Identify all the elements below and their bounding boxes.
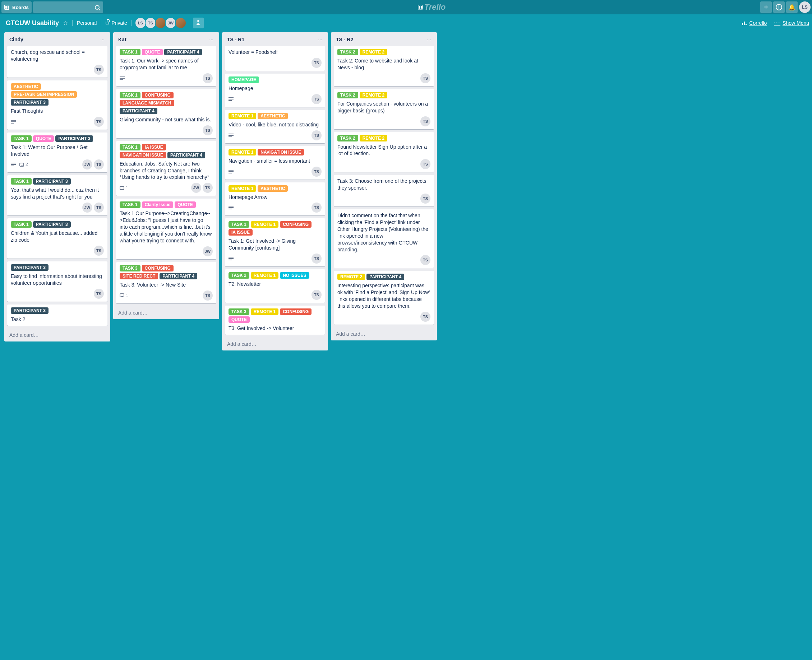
card-member-avatar[interactable]: TS xyxy=(94,203,104,213)
card[interactable]: TASK 3CONFUSINGSITE REDIRECTPARTICIPANT … xyxy=(116,262,216,303)
card-label[interactable]: NAVIGATION ISSUE xyxy=(257,149,304,155)
card-label[interactable]: REMOTE 1 xyxy=(251,308,278,315)
boards-button[interactable]: Boards xyxy=(2,2,32,13)
add-card-button[interactable]: Add a card… xyxy=(331,328,437,340)
invite-button[interactable] xyxy=(193,17,204,29)
card-label[interactable]: TASK 2 xyxy=(337,49,358,55)
card-label[interactable]: IA ISSUE xyxy=(229,229,253,236)
card-label[interactable]: REMOTE 1 xyxy=(229,185,256,192)
card-label[interactable]: QUOTE xyxy=(142,49,163,55)
card-member-avatar[interactable]: TS xyxy=(311,130,321,140)
list-menu-button[interactable]: ··· xyxy=(316,36,324,43)
card-label[interactable]: REMOTE 1 xyxy=(229,113,256,119)
search-input[interactable] xyxy=(33,2,103,13)
card-label[interactable]: TASK 1 xyxy=(120,201,140,208)
list-title[interactable]: Cindy xyxy=(10,36,99,42)
card-member-avatar[interactable]: TS xyxy=(203,290,213,301)
card-label[interactable]: Clarity Issue xyxy=(142,201,173,208)
card-label[interactable]: PRE-TASK GEN IMPRESSION xyxy=(11,91,77,98)
card-member-avatar[interactable]: TS xyxy=(311,167,321,177)
card-member-avatar[interactable]: JW xyxy=(191,183,201,193)
card-member-avatar[interactable]: TS xyxy=(420,116,431,126)
corrello-link[interactable]: Corrello xyxy=(742,20,767,26)
card[interactable]: TASK 1Clarity IssueQUOTETask 1 Our Purpo… xyxy=(116,198,216,259)
card-member-avatar[interactable]: TS xyxy=(311,58,321,68)
card[interactable]: TASK 2REMOTE 1NO ISSUEST2: NewsletterTS xyxy=(225,269,325,303)
card-member-avatar[interactable]: TS xyxy=(311,290,321,300)
card-label[interactable]: CONFUSING xyxy=(280,308,311,315)
card[interactable]: TASK 1QUOTEPARTICIPANT 3Task 1: Went to … xyxy=(7,133,107,173)
card-label[interactable]: REMOTE 1 xyxy=(251,221,278,228)
card[interactable]: TASK 2REMOTE 2Task 2: Come to website an… xyxy=(334,46,434,86)
card-label[interactable]: CONFUSING xyxy=(142,265,173,271)
list-title[interactable]: TS - R2 xyxy=(336,36,426,42)
card-label[interactable]: PARTICIPANT 3 xyxy=(33,221,71,228)
card[interactable]: Task 3: Choose from one of the projects … xyxy=(334,175,434,206)
card-label[interactable]: PARTICIPANT 3 xyxy=(11,99,49,106)
card[interactable]: TASK 1CONFUSINGLANGUAGE MISMATCHPARTICIP… xyxy=(116,89,216,138)
list-menu-button[interactable]: ··· xyxy=(208,36,215,43)
card-label[interactable]: REMOTE 2 xyxy=(337,274,365,280)
card-label[interactable]: SITE REDIRECT xyxy=(120,273,158,279)
card[interactable]: TASK 1PARTICIPANT 3Children & Youth just… xyxy=(7,218,107,259)
card-label[interactable]: TASK 1 xyxy=(120,144,140,151)
show-menu-button[interactable]: ··· Show Menu xyxy=(774,20,809,26)
user-avatar[interactable]: LS xyxy=(799,2,810,13)
card-label[interactable]: PARTICIPANT 4 xyxy=(120,108,157,114)
card-label[interactable]: PARTICIPANT 4 xyxy=(167,152,205,159)
card-member-avatar[interactable]: TS xyxy=(420,312,431,322)
card[interactable]: REMOTE 1AESTHETICHomepage ArrowTS xyxy=(225,182,325,216)
card-member-avatar[interactable]: TS xyxy=(94,246,104,255)
card-label[interactable]: PARTICIPANT 3 xyxy=(55,135,93,142)
card-member-avatar[interactable]: TS xyxy=(94,159,104,170)
add-card-button[interactable]: Add a card… xyxy=(113,307,219,319)
card-member-avatar[interactable]: TS xyxy=(311,254,321,263)
card-member-avatar[interactable]: TS xyxy=(311,203,321,213)
card-member-avatar[interactable]: TS xyxy=(94,117,104,127)
card-label[interactable]: TASK 2 xyxy=(337,135,358,141)
list-menu-button[interactable]: ··· xyxy=(426,36,432,43)
card-member-avatar[interactable]: TS xyxy=(94,289,104,299)
card-label[interactable]: PARTICIPANT 4 xyxy=(159,273,197,279)
star-button[interactable]: ☆ xyxy=(63,20,68,26)
card[interactable]: REMOTE 1AESTHETICVideo - cool, like blue… xyxy=(225,110,325,143)
card-label[interactable]: PARTICIPANT 3 xyxy=(33,178,71,184)
card-label[interactable]: AESTHETIC xyxy=(257,185,288,192)
card[interactable]: TASK 2REMOTE 2For Companies section - vo… xyxy=(334,89,434,129)
card[interactable]: REMOTE 1NAVIGATION ISSUENavigation - sma… xyxy=(225,146,325,179)
member-avatar[interactable] xyxy=(175,17,186,29)
card-label[interactable]: NO ISSUES xyxy=(280,272,309,279)
info-button[interactable]: i xyxy=(773,2,785,13)
card-label[interactable]: QUOTE xyxy=(33,135,54,142)
card[interactable]: TASK 1PARTICIPANT 3Yea, that's what I wo… xyxy=(7,175,107,216)
card-label[interactable]: TASK 2 xyxy=(229,272,249,279)
card-label[interactable]: PARTICIPANT 3 xyxy=(11,307,49,314)
card-label[interactable]: REMOTE 1 xyxy=(229,149,256,155)
card-label[interactable]: TASK 1 xyxy=(11,178,32,184)
card-label[interactable]: AESTHETIC xyxy=(257,113,288,119)
card-member-avatar[interactable]: TS xyxy=(420,73,431,83)
add-card-button[interactable]: Add a card… xyxy=(222,338,328,351)
card-label[interactable]: CONFUSING xyxy=(142,92,173,98)
card-label[interactable]: REMOTE 2 xyxy=(360,49,387,55)
card[interactable]: AESTHETICPRE-TASK GEN IMPRESSIONPARTICIP… xyxy=(7,81,107,130)
card-label[interactable]: LANGUAGE MISMATCH xyxy=(120,100,174,106)
card-member-avatar[interactable]: TS xyxy=(420,159,431,169)
card-member-avatar[interactable]: JW xyxy=(82,203,92,213)
card-member-avatar[interactable]: TS xyxy=(420,255,431,265)
card[interactable]: TASK 1REMOTE 1CONFUSINGIA ISSUETask 1: G… xyxy=(225,218,325,267)
card-label[interactable]: REMOTE 1 xyxy=(251,272,278,279)
card[interactable]: PARTICIPANT 3Task 2 xyxy=(7,305,107,326)
card-member-avatar[interactable]: TS xyxy=(311,94,321,104)
card-member-avatar[interactable]: JW xyxy=(203,246,213,256)
card-member-avatar[interactable]: TS xyxy=(203,183,213,193)
create-button[interactable]: + xyxy=(760,2,772,13)
card[interactable]: Didn't comment on the fact that when cli… xyxy=(334,209,434,268)
card[interactable]: Church, dog rescue and school = voluntee… xyxy=(7,46,107,78)
card[interactable]: TASK 3REMOTE 1CONFUSINGQUOTET3: Get Invo… xyxy=(225,306,325,335)
list-title[interactable]: Kat xyxy=(118,36,208,42)
card-label[interactable]: HOMEPAGE xyxy=(229,76,259,83)
card[interactable]: HOMEPAGEHomepageTS xyxy=(225,74,325,107)
trello-logo[interactable]: Trello xyxy=(418,3,446,12)
card-label[interactable]: TASK 1 xyxy=(120,49,140,55)
